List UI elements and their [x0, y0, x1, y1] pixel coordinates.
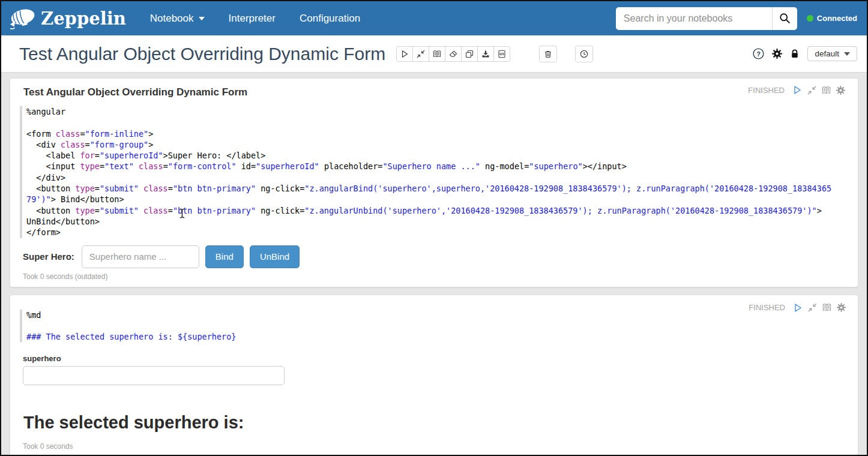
- clock-icon: [580, 50, 588, 58]
- code-line: <input type="text" class="form-control" …: [26, 161, 845, 172]
- navbar-right: Connected: [616, 7, 857, 30]
- superhero-input[interactable]: [82, 245, 199, 268]
- code-line: 79')"> Bind</button>: [26, 194, 845, 205]
- help-icon[interactable]: [753, 48, 764, 59]
- clone-note-button[interactable]: [461, 46, 478, 62]
- code-line: %angular: [26, 106, 845, 117]
- interpreter-binding-dropdown[interactable]: default: [807, 46, 857, 61]
- run-paragraph-icon[interactable]: [793, 303, 803, 313]
- status-badge: FINISHED: [749, 303, 785, 312]
- play-icon: [400, 50, 409, 58]
- code-line: <button type="submit" class="btn btn-pri…: [26, 183, 845, 194]
- paragraph-2: FINISHED %md ### The selected superhero …: [10, 295, 858, 456]
- top-navbar: Zeppelin Notebook Interpreter Configurat…: [1, 1, 867, 35]
- paragraph-settings-icon[interactable]: [836, 86, 845, 95]
- code-line: ### The selected superhero is: ${superhe…: [26, 331, 845, 342]
- code-line: <button type="submit" class="btn btn-pri…: [26, 205, 845, 216]
- run-paragraph-icon[interactable]: [792, 85, 802, 95]
- caret-down-icon: [844, 52, 850, 56]
- code-line: <div class="form-group">: [26, 139, 845, 150]
- export-note-button[interactable]: [477, 46, 494, 62]
- clone-icon: [465, 50, 474, 58]
- bind-button[interactable]: Bind: [205, 245, 244, 268]
- note-header-right: default: [753, 46, 857, 61]
- eraser-icon: [449, 50, 457, 58]
- search-input[interactable]: [616, 7, 772, 30]
- nav-configuration[interactable]: Configuration: [300, 13, 360, 25]
- paragraph-footer: Took 0 seconds (outdated): [23, 272, 845, 281]
- nav-interpreter[interactable]: Interpreter: [229, 13, 276, 25]
- zeppelin-brand[interactable]: Zeppelin: [8, 4, 126, 32]
- collapse-code-button[interactable]: [412, 46, 429, 62]
- code-editor[interactable]: %angular <form class="form-inline"> <div…: [20, 106, 845, 238]
- dynamic-form-label: superhero: [23, 354, 845, 363]
- show-editor-icon[interactable]: [822, 303, 831, 312]
- paragraph-settings-icon[interactable]: [837, 303, 846, 312]
- code-line: [26, 320, 845, 331]
- status-badge: FINISHED: [748, 86, 785, 95]
- connection-status: Connected: [807, 14, 857, 23]
- code-line: [26, 117, 845, 128]
- nav-notebook[interactable]: Notebook: [150, 13, 205, 25]
- note-content: Test Angular Object Overriding Dynamic F…: [1, 73, 867, 456]
- search-button[interactable]: [772, 7, 797, 30]
- scheduler-button[interactable]: [575, 46, 593, 62]
- paragraph-1: Test Angular Object Overriding Dynamic F…: [10, 78, 858, 287]
- code-editor[interactable]: %md ### The selected superhero is: ${sup…: [20, 310, 845, 343]
- note-header: Test Angular Object Overriding Dynamic F…: [1, 35, 867, 73]
- paragraph-1-controls: FINISHED: [748, 85, 845, 95]
- note-title[interactable]: Test Angular Object Overriding Dynamic F…: [19, 44, 385, 64]
- code-line: <form class="form-inline">: [26, 128, 845, 139]
- nav-notebook-label: Notebook: [150, 13, 194, 25]
- code-line: <label for="superheroId">Super Hero: </l…: [26, 150, 845, 161]
- note-toolbar: [396, 46, 510, 62]
- caret-down-icon: [199, 17, 205, 20]
- code-line: UnBind</button>: [26, 216, 845, 227]
- gear-icon[interactable]: [772, 49, 782, 59]
- collapse-paragraph-icon[interactable]: [807, 86, 816, 95]
- superhero-dynamic-input[interactable]: [23, 366, 285, 385]
- angular-output-form: Super Hero: Bind UnBind: [23, 245, 845, 268]
- show-editor-icon[interactable]: [822, 86, 831, 95]
- show-hide-output-button[interactable]: [429, 46, 445, 62]
- code-file-icon: [498, 50, 506, 58]
- brand-name: Zeppelin: [41, 8, 126, 29]
- compress-icon: [417, 50, 425, 58]
- trash-icon: [544, 50, 552, 58]
- connected-dot-icon: [807, 15, 813, 22]
- code-line: </div>: [26, 172, 845, 183]
- trash-button[interactable]: [539, 46, 557, 62]
- collapse-paragraph-icon[interactable]: [808, 303, 817, 312]
- code-line: </form>: [26, 227, 845, 238]
- download-icon: [481, 50, 490, 58]
- code-line: %md: [26, 310, 845, 320]
- paragraph-1-header: Test Angular Object Overriding Dynamic F…: [23, 85, 845, 98]
- markdown-heading: The selected superhero is:: [23, 413, 845, 433]
- main-nav: Notebook Interpreter Configuration: [150, 13, 360, 25]
- superhero-form-label: Super Hero:: [23, 251, 74, 262]
- search-icon: [779, 13, 791, 24]
- unbind-button[interactable]: UnBind: [250, 245, 300, 268]
- paragraph-footer: Took 0 seconds: [23, 442, 845, 451]
- paragraph-2-controls: FINISHED: [749, 303, 846, 313]
- book-icon: [433, 50, 441, 58]
- interpreter-binding-value: default: [815, 49, 839, 58]
- paragraph-title[interactable]: Test Angular Object Overriding Dynamic F…: [23, 86, 247, 98]
- zeppelin-logo-icon: [8, 5, 38, 32]
- notebook-search: [616, 7, 797, 30]
- run-all-button[interactable]: [396, 46, 413, 62]
- zeppelin-app: Zeppelin Notebook Interpreter Configurat…: [1, 1, 867, 456]
- clear-output-button[interactable]: [445, 46, 462, 62]
- connected-label: Connected: [817, 14, 857, 23]
- version-control-button[interactable]: [493, 46, 510, 62]
- lock-icon[interactable]: [790, 49, 800, 59]
